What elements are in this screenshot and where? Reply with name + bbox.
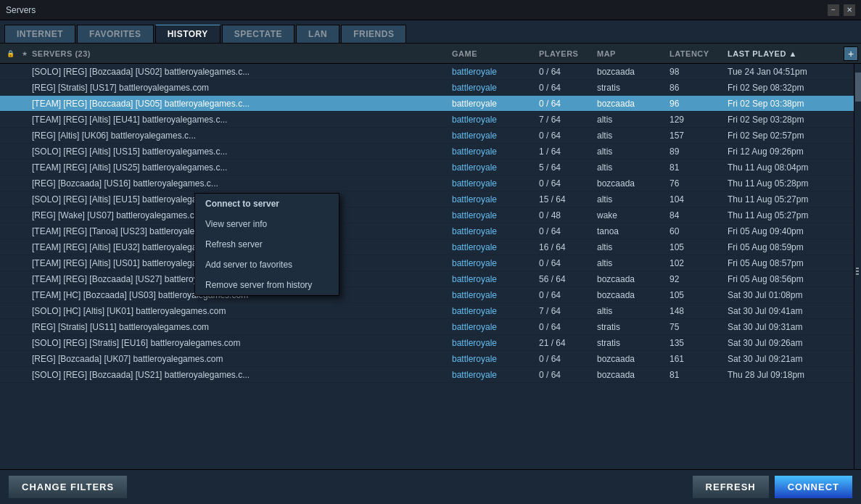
row-fav-14[interactable] [17, 291, 32, 299]
row-lock-12 [3, 259, 17, 268]
table-row[interactable]: [TEAM] [REG] [Altis] [US25] battleroyale… [0, 160, 861, 175]
row-game-2: battleroyale [452, 99, 539, 109]
table-row[interactable]: [TEAM] [REG] [Altis] [US01] battleroyale… [0, 255, 861, 271]
row-fav-17[interactable] [17, 339, 32, 347]
table-row[interactable]: [TEAM] [REG] [Altis] [EU32] battleroyale… [0, 239, 861, 255]
row-lock-14 [3, 291, 17, 299]
row-game-10: battleroyale [452, 226, 539, 236]
header-latency[interactable]: LATENCY [670, 49, 728, 58]
change-filters-button[interactable]: CHANGE FILTERS [9, 476, 127, 498]
header-servers[interactable]: SERVERS (23) [32, 49, 452, 58]
row-fav-6[interactable] [17, 163, 32, 172]
row-fav-18[interactable] [17, 355, 32, 363]
table-row[interactable]: [REG] [Stratis] [US17] battleroyalegames… [0, 80, 861, 96]
row-game-17: battleroyale [452, 338, 539, 348]
row-map-4: altis [597, 131, 670, 141]
context-menu-item-refresh[interactable]: Refresh server [195, 234, 339, 255]
table-row[interactable]: [TEAM] [REG] [Bozcaada] [US05] battleroy… [0, 96, 861, 112]
context-menu-item-connect[interactable]: Connect to server [195, 194, 339, 214]
refresh-button[interactable]: REFRESH [693, 476, 769, 498]
row-fav-8[interactable] [17, 195, 32, 204]
row-lastplayed-6: Thu 11 Aug 08:04pm [728, 162, 844, 173]
close-button[interactable]: ✕ [844, 4, 855, 16]
table-row[interactable]: [REG] [Bozcaada] [UK07] battleroyalegame… [0, 351, 861, 367]
table-row[interactable]: [TEAM] [REG] [Tanoa] [US23] battleroyale… [0, 223, 861, 239]
header-add[interactable]: + [844, 46, 858, 61]
table-row[interactable]: [REG] [Bozcaada] [US16] battleroyalegame… [0, 175, 861, 191]
minimize-button[interactable]: − [828, 4, 839, 16]
tab-favorites[interactable]: FAVORITES [77, 25, 154, 43]
row-game-14: battleroyale [452, 290, 539, 300]
header-game[interactable]: GAME [452, 49, 539, 58]
tab-spectate[interactable]: SPECTATE [222, 25, 294, 43]
row-fav-13[interactable] [17, 275, 32, 284]
row-map-16: stratis [597, 322, 670, 332]
row-fav-12[interactable] [17, 259, 32, 268]
scrollbar-thumb[interactable] [855, 73, 861, 102]
row-lastplayed-19: Thu 28 Jul 09:18pm [728, 370, 844, 380]
row-fav-2[interactable] [17, 99, 32, 108]
row-players-18: 0 / 64 [539, 354, 597, 364]
row-fav-15[interactable] [17, 307, 32, 315]
table-row[interactable]: [REG] [Wake] [US07] battleroyalegames.co… [0, 207, 861, 223]
footer-left: CHANGE FILTERS [9, 476, 127, 498]
star-icon [20, 291, 29, 299]
tab-internet[interactable]: INTERNET [4, 25, 75, 43]
tab-history[interactable]: HISTORY [155, 25, 221, 43]
scrollbar[interactable] [854, 64, 861, 478]
context-menu-item-remove[interactable]: Remove server from history [195, 275, 339, 295]
star-icon [20, 227, 29, 236]
table-row[interactable]: [SOLO] [REG] [Bozcaada] [US02] battleroy… [0, 64, 861, 80]
row-game-4: battleroyale [452, 131, 539, 141]
table-row[interactable]: [SOLO] [HC] [Altis] [UK01] battleroyaleg… [0, 303, 861, 319]
table-row[interactable]: [TEAM] [HC] [Bozcaada] [US03] battleroya… [0, 287, 861, 303]
row-players-11: 16 / 64 [539, 242, 597, 252]
row-game-7: battleroyale [452, 178, 539, 189]
star-icon [20, 163, 29, 172]
header-players[interactable]: PLAYERS [539, 49, 597, 58]
context-menu-item-view-info[interactable]: View server info [195, 214, 339, 234]
tab-lan[interactable]: LAN [296, 25, 339, 43]
row-latency-9: 84 [670, 210, 728, 220]
row-lastplayed-16: Sat 30 Jul 09:31am [728, 322, 844, 332]
row-fav-1[interactable] [17, 83, 32, 92]
row-fav-16[interactable] [17, 323, 32, 331]
table-row[interactable]: [TEAM] [REG] [Altis] [EU41] battleroyale… [0, 112, 861, 128]
context-menu-item-add-fav[interactable]: Add server to favorites [195, 255, 339, 275]
header-lock[interactable]: 🔒 [3, 49, 17, 58]
row-latency-0: 98 [670, 67, 728, 77]
row-map-13: bozcaada [597, 274, 670, 284]
table-row[interactable]: [TEAM] [REG] [Bozcaada] [US27] battleroy… [0, 271, 861, 287]
table-row[interactable]: [SOLO] [REG] [Stratis] [EU16] battleroya… [0, 335, 861, 351]
table-row[interactable]: [SOLO] [REG] [Altis] [EU15] battleroyale… [0, 191, 861, 207]
row-fav-19[interactable] [17, 371, 32, 379]
add-server-button[interactable]: + [844, 46, 858, 61]
footer-right: REFRESH CONNECT [693, 476, 852, 498]
row-players-2: 0 / 64 [539, 99, 597, 109]
row-map-6: altis [597, 162, 670, 173]
row-lock-13 [3, 275, 17, 284]
row-lastplayed-14: Sat 30 Jul 01:08pm [728, 290, 844, 300]
connect-button[interactable]: CONNECT [775, 476, 852, 498]
row-fav-10[interactable] [17, 227, 32, 236]
row-map-9: wake [597, 210, 670, 220]
row-lastplayed-9: Thu 11 Aug 05:27pm [728, 210, 844, 220]
row-fav-11[interactable] [17, 243, 32, 252]
row-fav-7[interactable] [17, 179, 32, 188]
header-map[interactable]: MAP [597, 49, 670, 58]
header-fav[interactable]: ★ [17, 49, 32, 58]
table-row[interactable]: [SOLO] [REG] [Altis] [US15] battleroyale… [0, 144, 861, 160]
lock-icon [6, 131, 15, 140]
table-row[interactable]: [SOLO] [REG] [Bozcaada] [US21] battleroy… [0, 367, 861, 383]
header-lastplayed[interactable]: LAST PLAYED ▲ [728, 49, 844, 58]
table-row[interactable]: [REG] [Stratis] [US11] battleroyalegames… [0, 319, 861, 335]
table-row[interactable]: [REG] [Altis] [UK06] battleroyalegames.c… [0, 128, 861, 144]
tab-friends[interactable]: FRIENDS [341, 25, 406, 43]
window-title: Servers [6, 5, 36, 15]
row-fav-0[interactable] [17, 67, 32, 76]
row-fav-5[interactable] [17, 147, 32, 156]
row-latency-1: 86 [670, 83, 728, 93]
row-fav-9[interactable] [17, 211, 32, 220]
row-fav-4[interactable] [17, 131, 32, 140]
row-fav-3[interactable] [17, 115, 32, 124]
